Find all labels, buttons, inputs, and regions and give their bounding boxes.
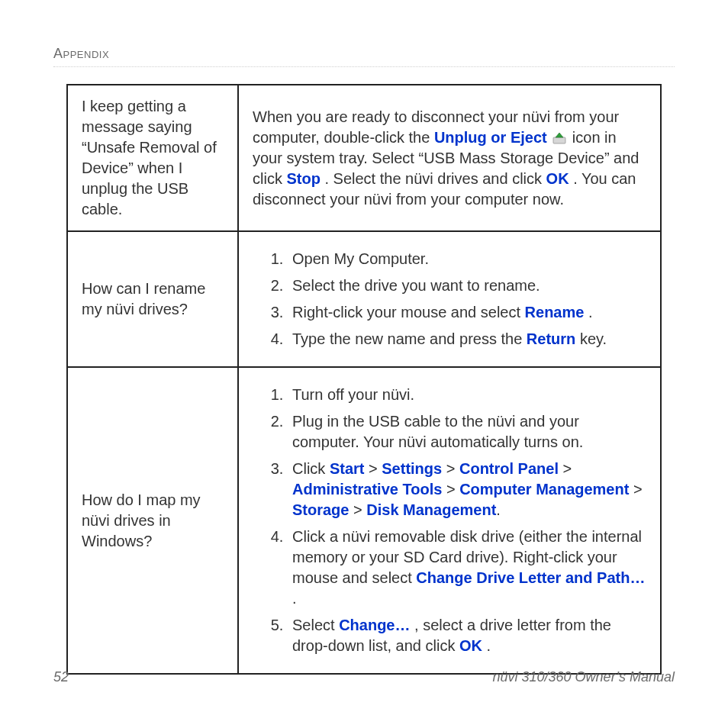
- step-text: .: [588, 304, 593, 321]
- faq-question: How do I map my nüvi drives in Windows?: [67, 367, 238, 674]
- path-admin-tools: Administrative Tools: [292, 481, 442, 498]
- path-sep: >: [629, 481, 642, 498]
- list-item: Right-click your mouse and select Rename…: [288, 299, 646, 326]
- faq-answer: When you are ready to disconnect your nü…: [238, 85, 661, 231]
- steps-list: Open My Computer. Select the drive you w…: [253, 246, 646, 353]
- section-header: Appendix: [53, 46, 675, 67]
- path-sep: >: [364, 460, 382, 477]
- faq-answer: Open My Computer. Select the drive you w…: [238, 231, 661, 367]
- path-settings: Settings: [382, 460, 442, 477]
- ok-link: OK: [546, 170, 569, 187]
- step-text: Select: [292, 617, 339, 633]
- path-storage: Storage: [292, 501, 349, 518]
- list-item: Click a nüvi removable disk drive (eithe…: [288, 523, 646, 612]
- path-control-panel: Control Panel: [459, 460, 559, 477]
- faq-table: I keep getting a message saying “Unsafe …: [66, 84, 662, 675]
- answer-text: . Select the nüvi drives and click: [324, 170, 546, 187]
- step-text: Right-click your mouse and select: [292, 304, 525, 321]
- path-computer-management: Computer Management: [459, 481, 629, 498]
- list-item: Select Change… , select a drive letter f…: [288, 612, 646, 659]
- change-link: Change…: [339, 617, 410, 633]
- path-sep: >: [442, 481, 459, 498]
- table-row: How can I rename my nüvi drives? Open My…: [67, 231, 661, 367]
- page: Appendix I keep getting a message saying…: [0, 0, 728, 675]
- step-text: Open My Computer.: [292, 250, 429, 267]
- step-text: Turn off your nüvi.: [292, 386, 414, 403]
- step-text: Click: [292, 460, 330, 477]
- faq-question: How can I rename my nüvi drives?: [67, 231, 238, 367]
- faq-question: I keep getting a message saying “Unsafe …: [67, 85, 238, 231]
- page-footer: 52 nüvi 310/360 Owner’s Manual: [53, 669, 675, 685]
- ok-link: OK: [459, 637, 482, 654]
- step-text: Type the new name and press the: [292, 330, 527, 347]
- svg-rect-0: [553, 137, 565, 143]
- stop-link: Stop: [286, 170, 320, 187]
- path-sep: >: [442, 460, 459, 477]
- path-disk-management: Disk Management: [366, 501, 496, 518]
- table-row: I keep getting a message saying “Unsafe …: [67, 85, 661, 231]
- faq-answer: Turn off your nüvi. Plug in the USB cabl…: [238, 367, 661, 674]
- step-text: .: [292, 590, 297, 607]
- list-item: Type the new name and press the Return k…: [288, 326, 646, 353]
- table-row: How do I map my nüvi drives in Windows? …: [67, 367, 661, 674]
- manual-title: nüvi 310/360 Owner’s Manual: [493, 669, 675, 685]
- step-text: .: [496, 501, 501, 518]
- step-text: Plug in the USB cable to the nüvi and yo…: [292, 413, 583, 450]
- list-item: Turn off your nüvi.: [288, 382, 646, 408]
- page-number: 52: [53, 669, 69, 685]
- list-item: Click Start > Settings > Control Panel >…: [288, 456, 646, 523]
- eject-icon: [552, 129, 566, 141]
- step-text: Select the drive you want to rename.: [292, 277, 540, 294]
- rename-link: Rename: [525, 304, 585, 321]
- path-start: Start: [330, 460, 365, 477]
- unplug-eject-link: Unplug or Eject: [434, 129, 547, 146]
- path-sep: >: [349, 501, 366, 518]
- steps-list: Turn off your nüvi. Plug in the USB cabl…: [253, 382, 646, 659]
- list-item: Plug in the USB cable to the nüvi and yo…: [288, 408, 646, 456]
- step-text: .: [487, 637, 491, 654]
- change-drive-letter-link: Change Drive Letter and Path…: [416, 569, 645, 586]
- list-item: Open My Computer.: [288, 246, 646, 272]
- return-link: Return: [527, 330, 575, 347]
- step-text: key.: [580, 330, 607, 347]
- path-sep: >: [559, 460, 572, 477]
- list-item: Select the drive you want to rename.: [288, 272, 646, 299]
